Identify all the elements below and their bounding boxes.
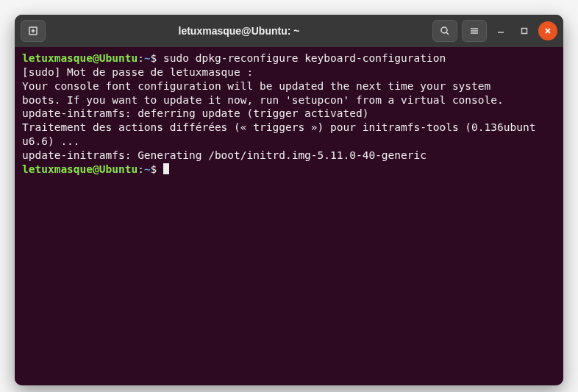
new-tab-button[interactable]	[21, 20, 46, 42]
output-line: boots. If you want to update it now, run…	[22, 93, 556, 107]
terminal-window: letuxmasque@Ubuntu: ~	[15, 15, 563, 385]
maximize-icon	[521, 27, 528, 35]
output-line: Traitement des actions différées (« trig…	[22, 121, 556, 135]
prompt-dollar: $	[151, 52, 163, 64]
terminal-body[interactable]: letuxmasque@Ubuntu:~$ sudo dpkg-reconfig…	[15, 47, 563, 385]
prompt-colon: :	[138, 163, 144, 175]
close-icon	[544, 27, 552, 35]
svg-rect-9	[522, 29, 527, 34]
minimize-button[interactable]	[491, 21, 510, 40]
minimize-icon	[497, 27, 504, 35]
prompt-path: ~	[144, 163, 151, 175]
hamburger-icon	[469, 26, 479, 36]
prompt-user-host: letuxmasque@Ubuntu	[22, 52, 138, 64]
menu-button[interactable]	[462, 20, 487, 42]
output-line: update-initramfs: Generating /boot/initr…	[22, 149, 556, 163]
prompt-user-host: letuxmasque@Ubuntu	[22, 163, 138, 175]
search-icon	[440, 26, 450, 36]
search-button[interactable]	[432, 20, 457, 42]
maximize-button[interactable]	[515, 21, 534, 40]
prompt-dollar: $	[151, 163, 163, 175]
cursor-block	[163, 163, 169, 174]
window-title: letuxmasque@Ubuntu: ~	[51, 25, 427, 37]
new-tab-icon	[28, 26, 38, 36]
titlebar-left-controls	[21, 20, 46, 42]
titlebar: letuxmasque@Ubuntu: ~	[15, 15, 563, 47]
svg-point-3	[441, 27, 447, 33]
svg-line-4	[446, 32, 449, 35]
command-text: sudo dpkg-reconfigure keyboard-configura…	[163, 52, 446, 64]
output-line: Your console font configuration will be …	[22, 79, 556, 93]
prompt-colon: :	[138, 52, 144, 64]
titlebar-right-controls	[432, 20, 557, 42]
output-line: [sudo] Mot de passe de letuxmasque :	[22, 65, 556, 79]
close-button[interactable]	[538, 21, 557, 40]
output-line: u6.6) ...	[22, 135, 556, 149]
prompt-path: ~	[144, 52, 151, 64]
output-line: update-initramfs: deferring update (trig…	[22, 107, 556, 121]
prompt-line: letuxmasque@Ubuntu:~$	[22, 163, 556, 177]
command-line: letuxmasque@Ubuntu:~$ sudo dpkg-reconfig…	[22, 51, 556, 65]
